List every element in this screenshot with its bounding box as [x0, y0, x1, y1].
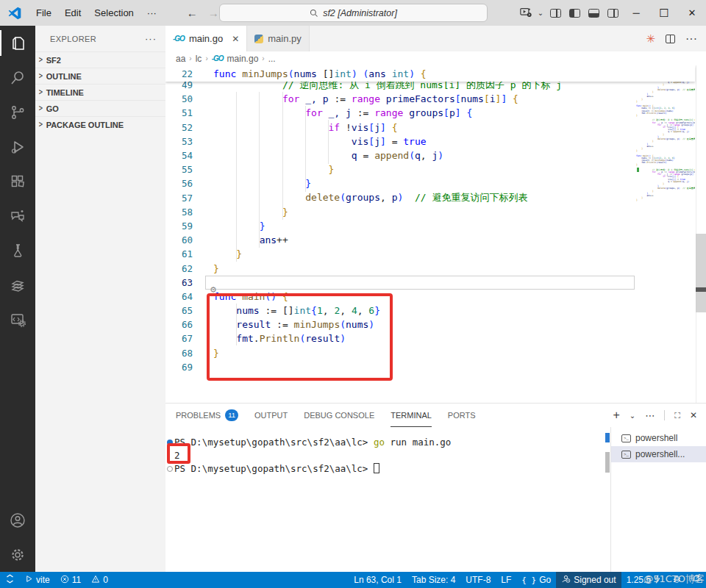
close-panel-icon[interactable]: ✕: [690, 410, 697, 420]
status-item-vite[interactable]: vite: [20, 572, 55, 588]
terminal-icon: >_: [621, 451, 631, 459]
go-extension-icon[interactable]: [0, 268, 35, 302]
window-close-button[interactable]: ✕: [678, 0, 706, 26]
command-decoration-icon[interactable]: [167, 466, 173, 472]
code-line-22[interactable]: 22func minJumps(nums []int) (ans int) {: [165, 65, 427, 82]
run-profile-button[interactable]: [516, 4, 535, 22]
menu-item-edit[interactable]: Edit: [58, 4, 88, 22]
minimap[interactable]: func minJumps(nums []int) (ans int) { //…: [636, 68, 695, 235]
line-number: 66: [165, 319, 193, 330]
python-icon: [254, 35, 263, 43]
nav-back-icon[interactable]: ←: [187, 7, 198, 19]
search-icon: [310, 9, 318, 18]
panel-more-icon[interactable]: ⋯: [645, 410, 655, 421]
breadcrumb-item[interactable]: ...: [268, 54, 276, 64]
terminal-list-item[interactable]: >_powershell...: [611, 446, 706, 462]
chevron-right-icon: >: [39, 87, 43, 97]
panel-tab-terminal[interactable]: TERMINAL: [391, 404, 432, 427]
editor-scrollbar[interactable]: [696, 65, 706, 403]
status-item-11[interactable]: 11: [55, 572, 86, 588]
code-text: ans++: [193, 234, 288, 245]
account-icon[interactable]: [0, 503, 35, 537]
maximize-panel-icon[interactable]: ⛶: [674, 411, 680, 420]
terminal-list-item[interactable]: >_powershell: [611, 430, 706, 446]
toggle-secondary-sidebar-button[interactable]: [603, 4, 622, 22]
run-debug-icon[interactable]: [0, 129, 35, 164]
code-line-62[interactable]: 62}: [165, 261, 636, 275]
sidebar-section-go[interactable]: >GO: [35, 100, 165, 116]
nav-forward-icon[interactable]: →: [208, 7, 219, 19]
sidebar-more-icon[interactable]: ···: [145, 33, 157, 44]
panel-tab-output[interactable]: OUTPUT: [254, 404, 288, 427]
gear-icon[interactable]: ⚙: [210, 285, 217, 295]
breadcrumb-item[interactable]: lc: [196, 54, 202, 64]
bell-icon: [692, 574, 701, 586]
window-minimize-button[interactable]: ─: [622, 0, 650, 26]
run-code-icon[interactable]: ✳: [646, 32, 655, 46]
activity-bar-spacer: [0, 337, 35, 503]
command-center-search[interactable]: sf2 [Administrator]: [219, 4, 488, 22]
settings-gear-icon[interactable]: [0, 537, 35, 572]
breadcrumb-item[interactable]: aa: [176, 54, 185, 64]
status-item-ln-63-col-1[interactable]: Ln 63, Col 1: [349, 572, 407, 588]
code-runner-icon[interactable]: [0, 302, 35, 337]
menu-item-selection[interactable]: Selection: [88, 4, 140, 22]
sidebar-section-outline[interactable]: >OUTLINE: [35, 68, 165, 84]
split-editor-icon[interactable]: [666, 35, 675, 43]
breadcrumb-item[interactable]: main.go: [227, 54, 259, 64]
indent-guide: [236, 92, 237, 262]
menu-item-moremoremore[interactable]: ···: [140, 4, 163, 22]
customize-layout-button[interactable]: ∙∙: [546, 4, 565, 22]
search-text: sf2 [Administrator]: [323, 8, 397, 18]
scrollbar-thumb[interactable]: [696, 234, 706, 312]
sidebar-section-sf2[interactable]: >SF2: [35, 51, 165, 68]
toggle-primary-sidebar-button[interactable]: [565, 4, 584, 22]
account-icon: [561, 574, 571, 586]
toggle-panel-button[interactable]: [584, 4, 603, 22]
new-terminal-icon[interactable]: +: [613, 409, 620, 422]
tab-main-go[interactable]: -GOmain.go✕: [165, 26, 247, 51]
status-item-1.25.5[interactable]: 1.25.5: [621, 572, 666, 588]
search-icon[interactable]: [0, 60, 35, 95]
editor-tab-bar: -GOmain.go✕main.py ✳ ···: [165, 26, 706, 51]
status-label: 0: [103, 575, 108, 585]
status-item-tab-size-4[interactable]: Tab Size: 4: [407, 572, 460, 588]
go-icon: -GO: [173, 35, 185, 43]
line-number: 53: [165, 136, 193, 147]
status-item-0[interactable]: 0: [86, 572, 113, 588]
tab-main-py[interactable]: main.py: [247, 26, 310, 51]
braces-icon: { }: [521, 575, 536, 585]
explorer-icon[interactable]: [0, 26, 35, 60]
status-item-go[interactable]: { }Go: [516, 572, 556, 588]
sidebar-section-timeline[interactable]: >TIMELINE: [35, 84, 165, 100]
extensions-icon[interactable]: [0, 164, 35, 198]
chat-icon[interactable]: [0, 198, 35, 233]
status-item-remote-icon[interactable]: [0, 572, 20, 588]
code-text: func minJumps(nums []int) (ans int) {: [193, 68, 427, 79]
menu-item-file[interactable]: File: [29, 4, 58, 22]
status-item-lf[interactable]: LF: [496, 572, 516, 588]
sidebar-section-package-outline[interactable]: >PACKAGE OUTLINE: [35, 116, 165, 132]
window-maximize-button[interactable]: ☐: [650, 0, 678, 26]
panel-tab-debug-console[interactable]: DEBUG CONSOLE: [304, 404, 374, 427]
status-item-signed-out[interactable]: Signed out: [556, 572, 621, 588]
terminal[interactable]: PS D:\mysetup\gopath\src\sf2\aa\lc> go r…: [165, 427, 609, 572]
terminal-list-scrollbar[interactable]: [605, 452, 610, 473]
indent-guide: [282, 92, 283, 220]
code-editor[interactable]: 49 // 逆向思维: 从 i 倒着跳到 nums[i] 的质因子 p 的下标 …: [165, 65, 706, 403]
breadcrumb[interactable]: aa›lc›-GOmain.go›...: [165, 51, 706, 65]
panel-tab-ports[interactable]: PORTS: [448, 404, 476, 427]
indent-guide: [259, 92, 260, 248]
menu-bar: FileEditSelection···: [29, 4, 163, 22]
close-icon[interactable]: ✕: [232, 34, 239, 44]
sticky-scroll-line[interactable]: 22func minJumps(nums []int) (ans int) {: [165, 65, 695, 82]
chevron-down-icon[interactable]: ⌄: [535, 4, 546, 22]
status-item-gopher-icon[interactable]: [666, 572, 687, 588]
editor-more-actions-icon[interactable]: ···: [685, 32, 697, 46]
status-item-bell-icon[interactable]: [687, 572, 706, 588]
testing-icon[interactable]: [0, 233, 35, 268]
panel-tab-problems[interactable]: PROBLEMS11: [176, 404, 238, 427]
chevron-down-icon[interactable]: ⌄: [630, 412, 635, 420]
source-control-icon[interactable]: [0, 95, 35, 129]
status-item-utf-8[interactable]: UTF-8: [460, 572, 496, 588]
